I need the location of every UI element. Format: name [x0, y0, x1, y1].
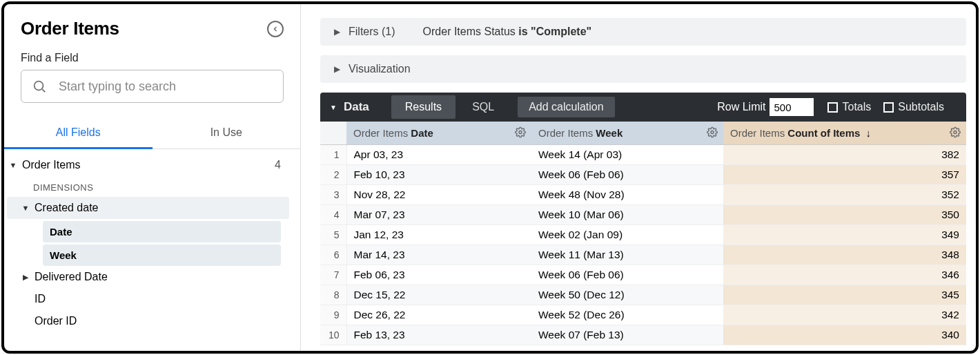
data-label[interactable]: Data [344, 100, 369, 114]
filters-summary-prefix: Order Items Status [423, 26, 516, 37]
tab-sql[interactable]: SQL [458, 95, 508, 119]
svg-point-4 [954, 131, 957, 133]
row-number: 8 [320, 285, 346, 305]
cell-count: 350 [723, 205, 966, 225]
table-row[interactable]: 9Dec 26, 22Week 52 (Dec 26)342 [320, 305, 966, 325]
caret-right-icon: ▶ [334, 27, 340, 37]
row-number: 5 [320, 225, 346, 245]
table-row[interactable]: 10Feb 13, 23Week 07 (Feb 13)340 [320, 325, 966, 345]
visualization-panel[interactable]: ▶ Visualization [320, 55, 966, 83]
caret-down-icon: ▼ [21, 204, 30, 212]
tab-all-fields[interactable]: All Fields [4, 118, 153, 148]
row-number: 4 [320, 205, 346, 225]
totals-label: Totals [842, 101, 871, 113]
cell-date: Apr 03, 23 [346, 145, 531, 165]
dimension-order-id[interactable]: Order ID [7, 310, 289, 332]
cell-count: 357 [723, 165, 966, 185]
data-bar: ▼ Data Results SQL Add calculation Row L… [320, 93, 966, 122]
filters-label: Filters [349, 26, 379, 37]
tab-in-use[interactable]: In Use [153, 118, 301, 148]
cell-date: Jan 12, 23 [346, 225, 531, 245]
cell-date: Mar 07, 23 [346, 205, 531, 225]
table-row[interactable]: 5Jan 12, 23Week 02 (Jan 09)349 [320, 225, 966, 245]
gear-icon[interactable] [707, 126, 718, 140]
row-limit-label: Row Limit [717, 101, 765, 113]
row-limit-input[interactable] [770, 98, 814, 116]
collapse-sidebar-button[interactable] [267, 21, 284, 37]
cell-week: Week 10 (Mar 06) [531, 205, 723, 225]
cell-date: Feb 10, 23 [346, 165, 531, 185]
cell-count: 346 [723, 265, 966, 285]
dimension-delivered-date[interactable]: ▶ Delivered Date [7, 266, 289, 288]
table-row[interactable]: 7Feb 06, 23Week 06 (Feb 06)346 [320, 265, 966, 285]
tab-results[interactable]: Results [391, 95, 455, 119]
gear-icon[interactable] [515, 126, 526, 140]
group-order-items-count: 4 [275, 159, 281, 171]
row-number: 2 [320, 165, 346, 185]
table-row[interactable]: 4Mar 07, 23Week 10 (Mar 06)350 [320, 205, 966, 225]
checkbox-icon [827, 102, 838, 113]
group-order-items-label: Order Items [22, 159, 80, 171]
cell-date: Feb 13, 23 [346, 325, 531, 345]
filters-count: (1) [382, 26, 395, 37]
visualization-label: Visualization [349, 63, 411, 75]
row-number: 3 [320, 185, 346, 205]
table-row[interactable]: 3Nov 28, 22Week 48 (Nov 28)352 [320, 185, 966, 205]
filters-summary-value: is "Complete" [518, 26, 591, 37]
cell-week: Week 52 (Dec 26) [531, 305, 723, 325]
table-row[interactable]: 1Apr 03, 23Week 14 (Apr 03)382 [320, 145, 966, 165]
dimension-created-date-date[interactable]: Date [43, 221, 281, 242]
row-number-header [320, 122, 346, 145]
dimension-created-date[interactable]: ▼ Created date [7, 197, 289, 219]
add-calculation-button[interactable]: Add calculation [518, 97, 615, 117]
svg-point-0 [35, 81, 43, 90]
column-header-week[interactable]: Order Items Week [531, 122, 723, 145]
caret-down-icon[interactable]: ▼ [330, 104, 337, 111]
totals-checkbox[interactable]: Totals [827, 101, 871, 113]
cell-week: Week 11 (Mar 13) [531, 245, 723, 265]
column-header-date[interactable]: Order Items Date [346, 122, 531, 145]
cell-date: Dec 15, 22 [346, 285, 531, 305]
caret-down-icon: ▼ [8, 161, 18, 169]
checkbox-icon [883, 102, 894, 113]
cell-count: 352 [723, 185, 966, 205]
subtotals-label: Subtotals [898, 101, 944, 113]
cell-week: Week 14 (Apr 03) [531, 145, 723, 165]
svg-point-2 [519, 131, 522, 133]
dimension-created-date-week[interactable]: Week [43, 244, 281, 266]
table-row[interactable]: 6Mar 14, 23Week 11 (Mar 13)348 [320, 245, 966, 265]
cell-count: 342 [723, 305, 966, 325]
table-row[interactable]: 2Feb 10, 23Week 06 (Feb 06)357 [320, 165, 966, 185]
cell-date: Nov 28, 22 [346, 185, 531, 205]
cell-week: Week 48 (Nov 28) [531, 185, 723, 205]
table-row[interactable]: 8Dec 15, 22Week 50 (Dec 12)345 [320, 285, 966, 305]
sort-desc-icon: ↓ [866, 127, 872, 139]
cell-count: 345 [723, 285, 966, 305]
cell-date: Mar 14, 23 [346, 245, 531, 265]
caret-right-icon: ▶ [334, 64, 340, 74]
cell-date: Feb 06, 23 [346, 265, 531, 285]
results-table: Order Items Date Order Items Week [320, 122, 966, 345]
subtotals-checkbox[interactable]: Subtotals [883, 101, 944, 113]
row-number: 9 [320, 305, 346, 325]
svg-point-3 [711, 131, 714, 133]
dimension-created-date-label: Created date [35, 202, 99, 214]
caret-right-icon: ▶ [21, 273, 30, 282]
cell-week: Week 06 (Feb 06) [531, 265, 723, 285]
dimension-id[interactable]: ID [7, 288, 289, 310]
column-header-count[interactable]: Order Items Count of Items ↓ [723, 122, 966, 145]
svg-line-1 [42, 89, 45, 92]
row-number: 10 [320, 325, 346, 345]
dimension-delivered-date-label: Delivered Date [35, 271, 108, 283]
cell-week: Week 02 (Jan 09) [531, 225, 723, 245]
group-order-items[interactable]: ▼ Order Items 4 [7, 153, 289, 175]
cell-count: 348 [723, 245, 966, 265]
row-number: 7 [320, 265, 346, 285]
chevron-left-icon [271, 25, 280, 33]
search-icon [32, 79, 47, 94]
search-input[interactable] [21, 70, 284, 103]
cell-week: Week 50 (Dec 12) [531, 285, 723, 305]
filters-panel[interactable]: ▶ Filters (1) Order Items Status is "Com… [320, 18, 966, 46]
cell-count: 349 [723, 225, 966, 245]
gear-icon[interactable] [950, 126, 961, 140]
